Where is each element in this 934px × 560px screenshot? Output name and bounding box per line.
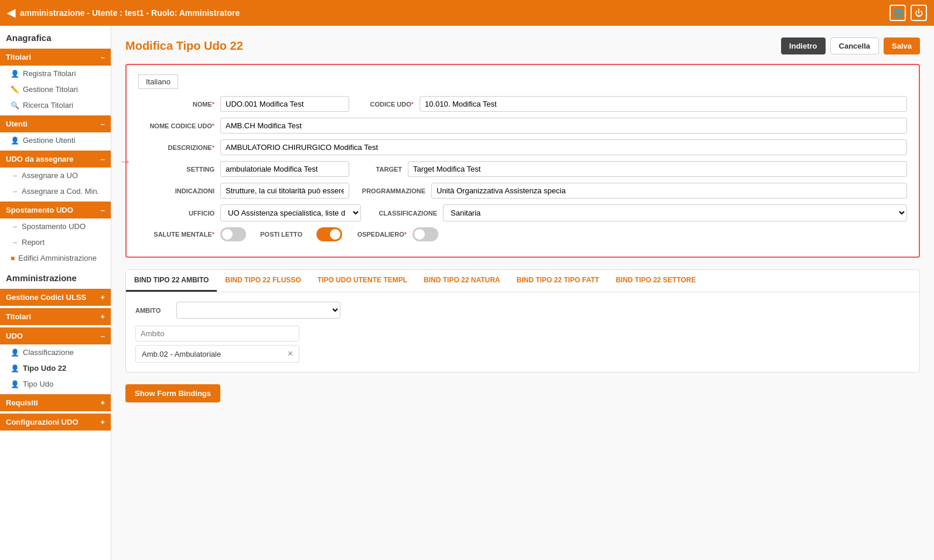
tab-content-ambito: AMBITO Amb.02 - Ambulatoriale × xyxy=(126,292,919,372)
user-icon: 👤 xyxy=(11,380,19,388)
toggles-row: SALUTE MENTALE* POSTI LETTO OSPEDALIERO* xyxy=(138,227,907,241)
sidebar-group-utenti[interactable]: Utenti – xyxy=(0,115,111,132)
indicazioni-row: INDICAZIONI PROGRAMMAZIONE xyxy=(138,183,907,199)
codice-udo-label: CODICE UDO* xyxy=(355,101,414,108)
sidebar-group-requisiti[interactable]: Requisiti + xyxy=(0,394,111,411)
ambito-section: AMBITO Amb.02 - Ambulatoriale × xyxy=(135,302,910,363)
indietro-button[interactable]: Indietro xyxy=(781,37,826,54)
sidebar-item-spostamento-udo[interactable]: → Spostamento UDO xyxy=(0,218,111,234)
ambito-search-input[interactable] xyxy=(135,326,299,342)
expand-icon: + xyxy=(100,312,105,321)
sidebar-item-report[interactable]: → Report xyxy=(0,234,111,250)
expand-icon: + xyxy=(100,418,105,426)
search-icon: 🔍 xyxy=(11,101,19,110)
page-title: Modifica Tipo Udo 22 xyxy=(125,39,243,53)
sidebar-item-label: Spostamento UDO xyxy=(22,222,86,231)
ufficio-label: UFFICIO xyxy=(138,210,214,217)
classificazione-select[interactable]: Sanitaria xyxy=(443,204,907,221)
page-header: Modifica Tipo Udo 22 Indietro Cancella S… xyxy=(125,37,920,54)
tab-ambito[interactable]: BIND TIPO 22 AMBITO xyxy=(126,270,217,292)
ospedaliero-toggle[interactable] xyxy=(413,227,438,241)
posti-letto-toggle-wrap xyxy=(316,227,342,241)
sidebar-group-configurazioni[interactable]: Configurazioni UDO + xyxy=(0,414,111,431)
ambito-item-text: Amb.02 - Ambulatoriale xyxy=(142,350,221,358)
sidebar-item-assegnare-cod[interactable]: → Assegnare a Cod. Min. xyxy=(0,183,111,199)
user-icon: 👤 xyxy=(11,70,19,78)
sidebar-item-tipo-udo[interactable]: 👤 Tipo Udo xyxy=(0,376,111,392)
expand-icon: + xyxy=(100,398,105,407)
user-icon: 👤 xyxy=(11,136,19,145)
sidebar-item-classificazione[interactable]: 👤 Classificazione xyxy=(0,344,111,360)
sidebar-group-udo-admin[interactable]: UDO – xyxy=(0,327,111,344)
setting-input[interactable] xyxy=(220,161,349,177)
lang-tab[interactable]: Italiano xyxy=(138,74,178,89)
sidebar-item-label: Registra Titolari xyxy=(23,69,76,78)
tab-flusso[interactable]: BIND TIPO 22 FLUSSO xyxy=(217,270,309,292)
indicazioni-input[interactable] xyxy=(220,183,349,199)
show-form-bindings-button[interactable]: Show Form Bindings xyxy=(125,384,220,402)
sidebar-group-spostamento[interactable]: Spostamento UDO – xyxy=(0,202,111,218)
sidebar-item-ricerca-titolari[interactable]: 🔍 Ricerca Titolari xyxy=(0,97,111,113)
tabs-section: BIND TIPO 22 AMBITO BIND TIPO 22 FLUSSO … xyxy=(125,269,920,373)
top-bar: ◀ amministrazione - Utente : test1 - Ruo… xyxy=(0,0,934,26)
top-bar-title-area: ◀ amministrazione - Utente : test1 - Ruo… xyxy=(7,6,240,19)
tab-tipo-fatt[interactable]: BIND TIPO 22 TIPO FATT xyxy=(509,270,608,292)
programmazione-input[interactable] xyxy=(431,183,907,199)
ambito-row: AMBITO xyxy=(135,302,910,319)
indicazioni-label: INDICAZIONI xyxy=(138,187,214,194)
sidebar-item-edifici[interactable]: ■ Edifici Amministrazione xyxy=(0,250,111,266)
ambito-select[interactable] xyxy=(176,302,340,319)
sidebar-item-registra-titolari[interactable]: 👤 Registra Titolari xyxy=(0,66,111,81)
sidebar-item-gestione-titolari[interactable]: ✏️ Gestione Titolari xyxy=(0,81,111,97)
salute-mentale-toggle[interactable] xyxy=(220,227,246,241)
sidebar-item-label: Tipo Udo xyxy=(23,380,53,388)
arrow-icon: → xyxy=(11,238,18,247)
form-card: → Italiano NOME* CODICE UDO* NOME CODICE… xyxy=(125,64,920,258)
sidebar-item-label: Gestione Utenti xyxy=(23,136,76,145)
sidebar-item-label: Assegnare a UO xyxy=(22,171,78,180)
sidebar-group-titolari-label: Titolari xyxy=(6,53,31,62)
anagrafica-title: Anagrafica xyxy=(0,26,111,46)
cancella-button[interactable]: Cancella xyxy=(830,37,879,54)
amministrazione-title: Amministrazione xyxy=(0,266,111,286)
expand-icon: + xyxy=(100,293,105,302)
sidebar-group-udo-assegnare[interactable]: UDO da assegnare – xyxy=(0,151,111,168)
tab-natura[interactable]: BIND TIPO 22 NATURA xyxy=(415,270,508,292)
sidebar-item-gestione-utenti[interactable]: 👤 Gestione Utenti xyxy=(0,132,111,148)
setting-label: SETTING xyxy=(138,166,214,173)
main-layout: Anagrafica Titolari – 👤 Registra Titolar… xyxy=(0,26,934,560)
tab-settore[interactable]: BIND TIPO 22 SETTORE xyxy=(608,270,704,292)
globe-icon[interactable]: 🌐 xyxy=(889,5,906,21)
sidebar-item-assegnare-uo[interactable]: → Assegnare a UO xyxy=(0,168,111,183)
nome-input[interactable] xyxy=(220,96,349,112)
sidebar-item-label: Tipo Udo 22 xyxy=(23,364,66,373)
nome-codice-label: NOME CODICE UDO* xyxy=(138,122,214,129)
sidebar-group-gestione-codici[interactable]: Gestione Codici ULSS + xyxy=(0,289,111,306)
classificazione-label: CLASSIFICAZIONE xyxy=(367,210,437,217)
nome-codice-row: NOME CODICE UDO* xyxy=(138,118,907,134)
descrizione-label: DESCRIZIONE* xyxy=(138,144,214,151)
ufficio-select[interactable]: UO Assistenza specialistica, liste d xyxy=(220,204,361,221)
nome-label: NOME* xyxy=(138,101,214,108)
sidebar-item-label: Gestione Titolari xyxy=(23,85,78,94)
power-icon[interactable]: ⏻ xyxy=(911,5,927,21)
sidebar-group-titolari[interactable]: Titolari – xyxy=(0,49,111,66)
user-icon: 👤 xyxy=(11,349,19,357)
sidebar-item-label: Classificazione xyxy=(23,348,74,357)
codice-udo-input[interactable] xyxy=(420,96,907,112)
target-input[interactable] xyxy=(408,161,907,177)
tab-templ[interactable]: TIPO UDO UTENTE TEMPL xyxy=(309,270,415,292)
sidebar-item-label: Edifici Amministrazione xyxy=(18,254,97,262)
salute-mentale-label: SALUTE MENTALE* xyxy=(138,231,214,238)
toggle-knob xyxy=(414,229,425,240)
posti-letto-toggle[interactable] xyxy=(316,227,342,241)
salva-button[interactable]: Salva xyxy=(884,37,920,54)
collapse-udo-icon: – xyxy=(101,155,105,163)
nome-codice-input[interactable] xyxy=(220,118,907,134)
ambito-item-remove[interactable]: × xyxy=(288,349,293,358)
nome-row: NOME* CODICE UDO* xyxy=(138,96,907,112)
sidebar-group-titolari-admin[interactable]: Titolari + xyxy=(0,308,111,325)
sidebar-item-tipo-udo-22[interactable]: 👤 Tipo Udo 22 xyxy=(0,360,111,376)
descrizione-input[interactable] xyxy=(220,139,907,155)
arrow-icon: → xyxy=(11,187,18,196)
